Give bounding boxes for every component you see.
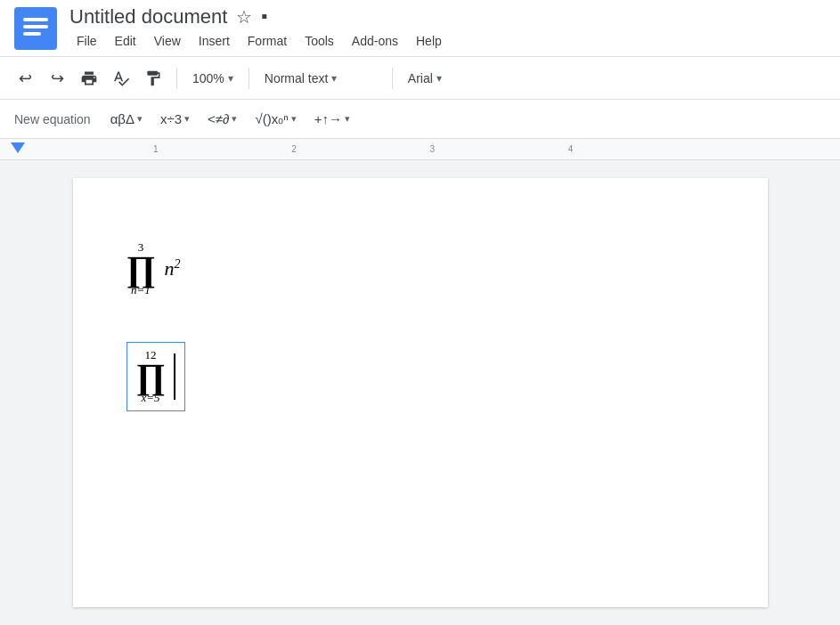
product-bottom-2: x=5 [141,391,159,405]
zoom-value: 100% [192,71,224,85]
ruler-mark-2: 2 [291,144,297,154]
separator-3 [392,68,393,89]
menu-file[interactable]: File [69,30,104,52]
menu-help[interactable]: Help [409,30,449,52]
product-symbol-2: ∏ [136,359,166,394]
product-notation-2: 12 ∏ x=5 [136,348,166,405]
menu-addons[interactable]: Add-ons [345,30,405,52]
svg-rect-2 [23,25,48,28]
ruler-triangle[interactable] [11,142,25,153]
menu-format[interactable]: Format [241,30,294,52]
font-value: Arial [408,71,433,85]
arrows-chevron: ▾ [345,113,350,125]
product-notation-1: 3 ∏ n=1 [126,240,156,297]
operations-label: x÷3 [160,111,182,126]
ruler: 1 2 3 4 [0,139,840,160]
separator-2 [249,68,249,89]
math-chevron: ▾ [291,113,297,125]
print-button[interactable] [75,64,103,93]
ruler-mark-3: 3 [430,144,436,154]
separator-1 [176,68,177,89]
arrows-button[interactable]: +↑→ ▾ [309,108,355,130]
relations-chevron: ▾ [232,113,237,125]
menu-bar: File Edit View Insert Format Tools Add-o… [69,30,826,52]
spell-check-button[interactable] [107,64,135,93]
product-symbol-1: ∏ [126,251,156,287]
ruler-mark-4: 4 [568,144,574,154]
toolbar: ↩ ↪ 100% ▾ Normal text ▾ Arial ▾ [0,57,840,100]
star-icon[interactable]: ☆ [236,6,252,28]
document-page[interactable]: 3 ∏ n=1 n2 12 ∏ x=5 [73,178,768,607]
document-area[interactable]: 3 ∏ n=1 n2 12 ∏ x=5 [0,160,840,625]
folder-icon[interactable]: ▪ [261,6,267,27]
new-equation-label: New equation [14,112,91,126]
document-title-text[interactable]: Untitled document [69,5,227,28]
equation-toolbar: New equation αβΔ ▾ x÷3 ▾ <≠∂ ▾ √()x₀ⁿ ▾ … [0,100,840,139]
math-label: √()x₀ⁿ [255,111,288,127]
app-icon [14,7,57,50]
doc-title: Untitled document ☆ ▪ [69,5,826,28]
undo-button[interactable]: ↩ [11,64,39,93]
eq1-exponent: 2 [174,257,180,271]
equation-2-container[interactable]: 12 ∏ x=5 [126,333,714,420]
svg-rect-1 [23,18,48,21]
operations-button[interactable]: x÷3 ▾ [155,108,195,130]
arrows-label: +↑→ [314,111,342,126]
math-button[interactable]: √()x₀ⁿ ▾ [249,108,301,131]
zoom-chevron: ▾ [228,72,233,85]
menu-tools[interactable]: Tools [298,30,341,52]
operations-chevron: ▾ [184,113,190,125]
relations-label: <≠∂ [208,111,229,126]
font-chevron: ▾ [436,72,442,85]
title-section: Untitled document ☆ ▪ File Edit View Ins… [69,5,826,52]
relations-button[interactable]: <≠∂ ▾ [202,108,242,130]
style-value: Normal text [265,71,329,85]
greek-letters-button[interactable]: αβΔ ▾ [105,108,148,130]
equation-1[interactable]: 3 ∏ n=1 n2 [126,240,714,297]
greek-letters-label: αβΔ [110,111,135,126]
redo-button[interactable]: ↪ [43,64,71,93]
product-bottom-1: n=1 [131,283,151,297]
menu-insert[interactable]: Insert [192,30,237,52]
equation-2-box[interactable]: 12 ∏ x=5 [126,342,186,411]
font-selector[interactable]: Arial ▾ [402,69,491,88]
format-paint-button[interactable] [139,64,167,93]
menu-view[interactable]: View [147,30,188,52]
text-cursor [174,353,175,400]
menu-edit[interactable]: Edit [108,30,143,52]
svg-rect-3 [23,32,41,36]
eq1-variable: n2 [164,257,180,280]
title-bar: Untitled document ☆ ▪ File Edit View Ins… [0,0,840,57]
style-selector[interactable]: Normal text ▾ [258,69,383,88]
ruler-mark-1: 1 [153,144,159,154]
greek-chevron: ▾ [137,113,143,125]
zoom-selector[interactable]: 100% ▾ [186,69,240,88]
style-chevron: ▾ [331,72,337,85]
